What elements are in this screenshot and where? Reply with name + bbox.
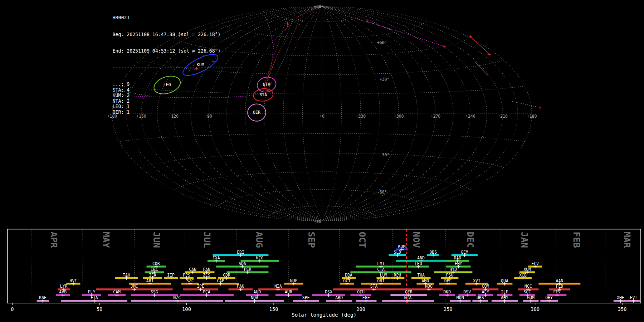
latitude-label: -30° <box>380 152 390 157</box>
x-tick-label: 200 <box>356 306 365 312</box>
shower-count-row: ...: 9 <box>113 82 244 87</box>
longitude-label: +0 <box>319 114 325 119</box>
longitude-label: +210 <box>498 114 508 119</box>
session-end: End: 20251109 04:53:12 (sol = 226.68°) <box>113 48 244 54</box>
radiant-label-nta: NTA <box>263 82 270 87</box>
header-divider: ----------------------------------------… <box>113 65 244 70</box>
meteor-radiant-cross <box>488 53 491 56</box>
month-label-feb: FEB <box>571 231 582 248</box>
longitude-label: +180 <box>527 114 537 119</box>
longitude-label: +270 <box>431 114 441 119</box>
latitude-label: +30° <box>380 77 390 82</box>
month-label-apr: APR <box>49 231 59 248</box>
x-axis: 050100150200250300350Solar longitude (de… <box>11 303 626 318</box>
longitude-label: +300 <box>394 114 404 119</box>
shower-count-row: STA: 4 <box>113 87 244 93</box>
x-axis-title: Solar longitude (deg) <box>292 312 356 318</box>
longitude-label: +240 <box>465 114 475 119</box>
radiant-label-sta: STA <box>259 92 267 97</box>
shower-count-row: NTA: 2 <box>113 98 244 104</box>
shower-bars: KUMERISLDOBSGEMIXAKCGANDDADCORSDALMILEOE… <box>37 244 640 303</box>
meteor-observation-screen: +180+150+120+90+0+330+300+270+240+210+18… <box>0 0 644 322</box>
meteor-trail <box>269 20 299 87</box>
shower-count-row: LEO: 1 <box>113 104 244 109</box>
longitude-label: +330 <box>356 114 366 119</box>
month-label-sep: SEP <box>306 231 317 248</box>
x-tick-label: 150 <box>269 306 278 312</box>
meteor-radiant-cross <box>539 106 542 109</box>
month-label-jun: JUN <box>151 231 162 248</box>
latitude-label: +90° <box>314 4 324 9</box>
observation-header: HR002J Beg: 20251108 16:47:38 (sol = 226… <box>113 4 244 126</box>
latitude-label: -90° <box>314 219 324 224</box>
x-tick-label: 250 <box>444 306 453 312</box>
x-tick-label: 300 <box>531 306 540 312</box>
radiant-map-and-timeline: +180+150+120+90+0+330+300+270+240+210+18… <box>0 0 644 322</box>
x-tick-label: 100 <box>182 306 191 312</box>
meteor-trail <box>475 62 488 75</box>
month-label-oct: OCT <box>357 231 367 248</box>
meteor-trail <box>263 11 274 80</box>
month-label-mar: MAR <box>622 231 632 248</box>
meteor-trail <box>471 37 490 54</box>
month-label-aug: AUG <box>254 231 264 248</box>
month-label-dec: DEC <box>465 231 475 248</box>
station-id: HR002J <box>113 15 244 20</box>
month-label-jul: JUL <box>202 231 212 248</box>
shower-count-row: KUM: 2 <box>113 93 244 98</box>
month-label-jan: JAN <box>519 231 530 248</box>
meteor-trail <box>345 16 394 30</box>
latitude-label: -60° <box>377 190 387 195</box>
session-begin: Beg: 20251108 16:47:38 (sol = 226.18°) <box>113 32 244 37</box>
shower-count-row: OER: 1 <box>113 109 244 115</box>
shower-counts: ...: 9STA: 4KUM: 2NTA: 2LEO: 1OER: 1 <box>113 82 244 115</box>
meteor-trail <box>283 9 316 33</box>
month-label-may: MAY <box>101 231 111 248</box>
meteor-radiant-cross <box>443 45 447 48</box>
activity-timeline: APRMAYJUNJULAUGSEPOCTNOVDECJANFEBMARKUME… <box>8 229 641 318</box>
latitude-label: +60° <box>377 40 387 45</box>
radiant-label-oer: OER <box>253 110 260 115</box>
x-tick-label: 50 <box>97 306 103 312</box>
x-tick-label: 350 <box>618 306 627 312</box>
month-label-nov: NOV <box>411 231 421 248</box>
x-tick-label: 0 <box>11 306 14 312</box>
month-labels: APRMAYJUNJULAUGSEPOCTNOVDECJANFEBMAR <box>49 231 632 248</box>
